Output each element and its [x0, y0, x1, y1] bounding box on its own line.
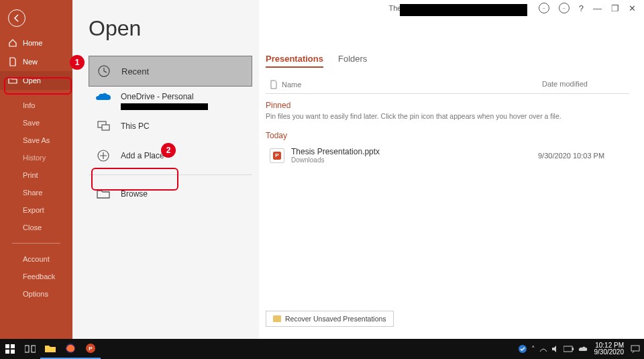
home-icon: [8, 38, 17, 48]
svg-rect-8: [25, 346, 29, 352]
svg-rect-6: [5, 350, 9, 354]
svg-text:P: P: [89, 346, 93, 352]
tray-volume-icon[interactable]: [551, 345, 559, 353]
nav-save-as[interactable]: Save As: [0, 132, 72, 149]
back-button[interactable]: [8, 9, 25, 27]
task-view-icon[interactable]: [20, 339, 40, 359]
file-explorer-icon[interactable]: [40, 339, 60, 359]
source-this-pc-label: This PC: [121, 121, 150, 131]
nav-save[interactable]: Save: [0, 114, 72, 132]
svg-rect-14: [564, 346, 572, 352]
nav-account[interactable]: Account: [0, 250, 72, 268]
nav-close[interactable]: Close: [0, 219, 72, 236]
clock-icon: [96, 63, 112, 79]
nav-feedback[interactable]: Feedback: [0, 268, 72, 285]
svg-rect-15: [572, 348, 574, 350]
nav-separator: [12, 243, 60, 244]
tab-folders[interactable]: Folders: [338, 54, 367, 68]
svg-rect-16: [631, 346, 639, 351]
powerpoint-taskbar-icon[interactable]: P: [80, 339, 101, 359]
redacted-user: [400, 4, 527, 16]
source-browse-label: Browse: [121, 189, 148, 199]
pptx-icon: P: [270, 148, 284, 163]
svg-rect-2: [102, 125, 109, 130]
add-place-icon: [95, 148, 111, 164]
source-add-place[interactable]: Add a Place: [89, 141, 252, 170]
file-name: Thesis Presentation.pptx: [291, 147, 538, 156]
minimize-icon[interactable]: —: [593, 3, 602, 13]
onedrive-icon: [95, 92, 111, 103]
action-center-icon[interactable]: [631, 345, 640, 353]
source-this-pc[interactable]: This PC: [89, 111, 252, 141]
list-header: Name Date modified: [266, 76, 629, 94]
today-label: Today: [266, 131, 629, 140]
nav-share[interactable]: Share: [0, 184, 72, 201]
folder-icon: [95, 186, 111, 202]
help-icon[interactable]: ?: [579, 3, 584, 13]
header-date[interactable]: Date modified: [542, 80, 629, 89]
file-row[interactable]: P Thesis Presentation.pptx Downloads 9/3…: [266, 143, 629, 168]
nav-home[interactable]: Home: [0, 34, 72, 52]
source-divider: [89, 174, 252, 175]
source-recent[interactable]: Recent: [89, 56, 252, 87]
tray-cloud-icon[interactable]: [578, 346, 588, 352]
redacted-account: [121, 103, 208, 110]
tray-battery-icon[interactable]: [564, 346, 574, 352]
svg-rect-4: [5, 344, 9, 348]
nav-options[interactable]: Options: [0, 285, 72, 303]
taskbar-clock[interactable]: 10:12 PM 9/30/2020: [592, 342, 627, 356]
taskbar: P ˄ 10:12 PM 9/30/2020: [0, 339, 644, 359]
source-browse[interactable]: Browse: [89, 179, 252, 209]
file-date: 9/30/2020 10:03 PM: [538, 152, 625, 160]
open-tabs: Presentations Folders: [266, 54, 629, 68]
nav-open[interactable]: Open: [0, 71, 72, 90]
firefox-icon[interactable]: [60, 339, 80, 359]
pinned-label: Pinned: [266, 101, 629, 110]
back-arrow-icon: [13, 14, 21, 22]
close-icon[interactable]: ✕: [629, 3, 636, 13]
tray-chevron-icon[interactable]: ˄: [531, 345, 535, 354]
source-add-place-label: Add a Place: [121, 151, 164, 160]
page-title: Open: [89, 16, 252, 41]
open-content: Thesis Presentation.pptx - PowerPoint ··…: [259, 0, 644, 339]
header-name[interactable]: Name: [282, 81, 301, 89]
open-sources-panel: Open Recent OneDrive - Personal This PC …: [72, 0, 259, 339]
face-neutral-icon[interactable]: ··: [539, 3, 549, 13]
svg-rect-7: [11, 350, 15, 354]
nav-export[interactable]: Export: [0, 201, 72, 219]
open-folder-icon: [8, 76, 17, 85]
file-icon: [270, 80, 278, 89]
nav-new[interactable]: New: [0, 52, 72, 71]
tray-shield-icon[interactable]: [518, 344, 527, 354]
recover-unsaved-button[interactable]: Recover Unsaved Presentations: [266, 311, 394, 327]
svg-rect-9: [32, 346, 36, 352]
recover-label: Recover Unsaved Presentations: [285, 315, 386, 323]
nav-home-label: Home: [23, 39, 42, 47]
restore-icon[interactable]: ❐: [611, 3, 619, 13]
file-location: Downloads: [291, 156, 538, 164]
nav-history: History: [0, 149, 72, 166]
pinned-hint: Pin files you want to easily find later.…: [266, 112, 629, 120]
nav-print[interactable]: Print: [0, 166, 72, 184]
recover-folder-icon: [273, 315, 281, 322]
backstage-sidebar: Home New Open Info Save Save As History …: [0, 0, 72, 339]
window-controls: ·· ·· ? — ❐ ✕: [539, 3, 636, 13]
tab-presentations[interactable]: Presentations: [266, 54, 323, 68]
new-icon: [8, 57, 17, 66]
nav-info[interactable]: Info: [0, 97, 72, 114]
nav-new-label: New: [23, 58, 38, 66]
start-button[interactable]: [0, 339, 20, 359]
source-onedrive-label: OneDrive - Personal: [121, 92, 208, 101]
tray-network-icon[interactable]: [539, 345, 547, 353]
svg-rect-5: [11, 344, 15, 348]
source-recent-label: Recent: [121, 66, 149, 76]
face-sad-icon[interactable]: ··: [559, 3, 570, 13]
source-onedrive[interactable]: OneDrive - Personal: [89, 87, 252, 111]
clock-date: 9/30/2020: [594, 349, 625, 356]
pc-icon: [95, 118, 111, 134]
nav-open-label: Open: [23, 76, 41, 85]
